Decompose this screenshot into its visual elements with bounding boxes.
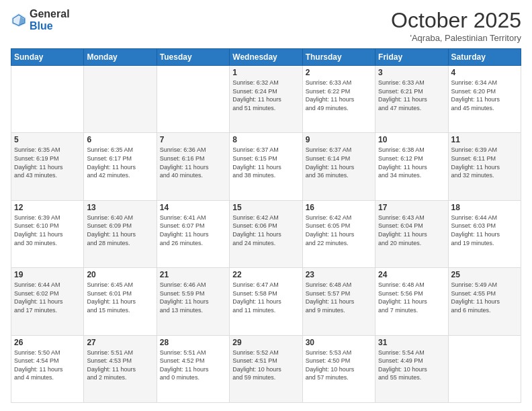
calendar-cell: 15Sunrise: 6:42 AM Sunset: 6:06 PM Dayli… [230,200,302,267]
day-number: 16 [306,203,372,212]
location-subtitle: 'Aqraba, Palestinian Territory [391,33,521,43]
cell-info: Sunrise: 6:42 AM Sunset: 6:05 PM Dayligh… [306,214,372,247]
cell-info: Sunrise: 6:42 AM Sunset: 6:06 PM Dayligh… [232,214,299,247]
cell-info: Sunrise: 6:37 AM Sunset: 6:15 PM Dayligh… [232,146,299,179]
calendar-cell: 21Sunrise: 6:46 AM Sunset: 5:59 PM Dayli… [157,268,229,335]
calendar-cell: 12Sunrise: 6:39 AM Sunset: 6:10 PM Dayli… [11,200,84,267]
calendar-cell: 26Sunrise: 5:50 AM Sunset: 4:54 PM Dayli… [11,335,84,402]
day-number: 13 [87,203,153,212]
day-number: 11 [451,135,518,144]
day-number: 19 [14,270,81,279]
cell-info: Sunrise: 6:33 AM Sunset: 6:21 PM Dayligh… [378,79,445,112]
calendar-week-row: 12Sunrise: 6:39 AM Sunset: 6:10 PM Dayli… [11,200,521,267]
day-number: 6 [87,135,153,144]
day-number: 27 [87,338,153,347]
day-number: 9 [306,135,372,144]
calendar-cell: 11Sunrise: 6:39 AM Sunset: 6:11 PM Dayli… [448,133,521,200]
cell-info: Sunrise: 6:35 AM Sunset: 6:17 PM Dayligh… [87,146,153,179]
cell-info: Sunrise: 5:50 AM Sunset: 4:54 PM Dayligh… [14,349,81,382]
cell-info: Sunrise: 6:40 AM Sunset: 6:09 PM Dayligh… [87,214,153,247]
calendar-cell: 17Sunrise: 6:43 AM Sunset: 6:04 PM Dayli… [375,200,448,267]
day-number: 4 [451,68,518,77]
day-number: 2 [306,68,372,77]
cell-info: Sunrise: 6:39 AM Sunset: 6:11 PM Dayligh… [451,146,518,179]
calendar-cell: 18Sunrise: 6:44 AM Sunset: 6:03 PM Dayli… [448,200,521,267]
calendar-cell [157,66,229,133]
day-number: 18 [451,203,518,212]
calendar-cell: 23Sunrise: 6:48 AM Sunset: 5:57 PM Dayli… [302,268,375,335]
day-number: 23 [306,270,372,279]
calendar-week-row: 5Sunrise: 6:35 AM Sunset: 6:19 PM Daylig… [11,133,521,200]
calendar-cell: 4Sunrise: 6:34 AM Sunset: 6:20 PM Daylig… [448,66,521,133]
logo-blue: Blue [30,20,53,32]
calendar-cell: 7Sunrise: 6:36 AM Sunset: 6:16 PM Daylig… [157,133,229,200]
logo-text: General Blue [30,8,70,32]
day-number: 15 [232,203,299,212]
day-number: 26 [14,338,81,347]
calendar-cell: 13Sunrise: 6:40 AM Sunset: 6:09 PM Dayli… [84,200,157,267]
day-number: 14 [160,203,226,212]
calendar-cell: 24Sunrise: 6:48 AM Sunset: 5:56 PM Dayli… [375,268,448,335]
calendar-cell: 22Sunrise: 6:47 AM Sunset: 5:58 PM Dayli… [230,268,302,335]
calendar-cell: 27Sunrise: 5:51 AM Sunset: 4:53 PM Dayli… [84,335,157,402]
day-number: 28 [160,338,226,347]
calendar-cell: 6Sunrise: 6:35 AM Sunset: 6:17 PM Daylig… [84,133,157,200]
day-number: 17 [378,203,445,212]
day-number: 10 [378,135,445,144]
day-number: 22 [232,270,299,279]
title-block: October 2025 'Aqraba, Palestinian Territ… [391,8,521,43]
logo: General Blue [11,8,70,32]
calendar-cell: 3Sunrise: 6:33 AM Sunset: 6:21 PM Daylig… [375,66,448,133]
cell-info: Sunrise: 6:47 AM Sunset: 5:58 PM Dayligh… [232,281,299,314]
cell-info: Sunrise: 6:39 AM Sunset: 6:10 PM Dayligh… [14,214,81,247]
calendar-cell: 9Sunrise: 6:37 AM Sunset: 6:14 PM Daylig… [302,133,375,200]
logo-icon [11,12,27,28]
calendar-cell: 2Sunrise: 6:33 AM Sunset: 6:22 PM Daylig… [302,66,375,133]
calendar-cell [448,335,521,402]
day-header-wednesday: Wednesday [230,49,302,66]
cell-info: Sunrise: 5:52 AM Sunset: 4:51 PM Dayligh… [232,349,299,382]
logo-general: General [30,8,70,19]
calendar-week-row: 19Sunrise: 6:44 AM Sunset: 6:02 PM Dayli… [11,268,521,335]
day-number: 20 [87,270,153,279]
day-header-saturday: Saturday [448,49,521,66]
calendar-cell: 31Sunrise: 5:54 AM Sunset: 4:49 PM Dayli… [375,335,448,402]
cell-info: Sunrise: 6:32 AM Sunset: 6:24 PM Dayligh… [232,79,299,112]
calendar-cell [11,66,84,133]
day-number: 21 [160,270,226,279]
calendar-cell: 28Sunrise: 5:51 AM Sunset: 4:52 PM Dayli… [157,335,229,402]
day-number: 1 [232,68,299,77]
day-number: 31 [378,338,445,347]
cell-info: Sunrise: 6:46 AM Sunset: 5:59 PM Dayligh… [160,281,226,314]
cell-info: Sunrise: 6:45 AM Sunset: 6:01 PM Dayligh… [87,281,153,314]
calendar-cell: 19Sunrise: 6:44 AM Sunset: 6:02 PM Dayli… [11,268,84,335]
cell-info: Sunrise: 6:48 AM Sunset: 5:56 PM Dayligh… [378,281,445,314]
calendar-cell: 25Sunrise: 5:49 AM Sunset: 4:55 PM Dayli… [448,268,521,335]
calendar-cell: 5Sunrise: 6:35 AM Sunset: 6:19 PM Daylig… [11,133,84,200]
day-number: 24 [378,270,445,279]
page: General Blue October 2025 'Aqraba, Pales… [0,0,532,411]
day-number: 29 [232,338,299,347]
day-number: 5 [14,135,81,144]
cell-info: Sunrise: 6:44 AM Sunset: 6:03 PM Dayligh… [451,214,518,247]
day-header-sunday: Sunday [11,49,84,66]
cell-info: Sunrise: 6:48 AM Sunset: 5:57 PM Dayligh… [306,281,372,314]
day-number: 7 [160,135,226,144]
calendar-table: SundayMondayTuesdayWednesdayThursdayFrid… [11,48,521,403]
day-header-tuesday: Tuesday [157,49,229,66]
cell-info: Sunrise: 6:35 AM Sunset: 6:19 PM Dayligh… [14,146,81,179]
cell-info: Sunrise: 6:41 AM Sunset: 6:07 PM Dayligh… [160,214,226,247]
header: General Blue October 2025 'Aqraba, Pales… [11,8,521,43]
calendar-cell: 8Sunrise: 6:37 AM Sunset: 6:15 PM Daylig… [230,133,302,200]
calendar-week-row: 1Sunrise: 6:32 AM Sunset: 6:24 PM Daylig… [11,66,521,133]
cell-info: Sunrise: 5:49 AM Sunset: 4:55 PM Dayligh… [451,281,518,314]
day-number: 12 [14,203,81,212]
day-number: 25 [451,270,518,279]
calendar-header-row: SundayMondayTuesdayWednesdayThursdayFrid… [11,49,521,66]
cell-info: Sunrise: 6:43 AM Sunset: 6:04 PM Dayligh… [378,214,445,247]
calendar-cell: 30Sunrise: 5:53 AM Sunset: 4:50 PM Dayli… [302,335,375,402]
calendar-cell: 16Sunrise: 6:42 AM Sunset: 6:05 PM Dayli… [302,200,375,267]
cell-info: Sunrise: 5:51 AM Sunset: 4:53 PM Dayligh… [87,349,153,382]
day-number: 8 [232,135,299,144]
cell-info: Sunrise: 6:33 AM Sunset: 6:22 PM Dayligh… [306,79,372,112]
